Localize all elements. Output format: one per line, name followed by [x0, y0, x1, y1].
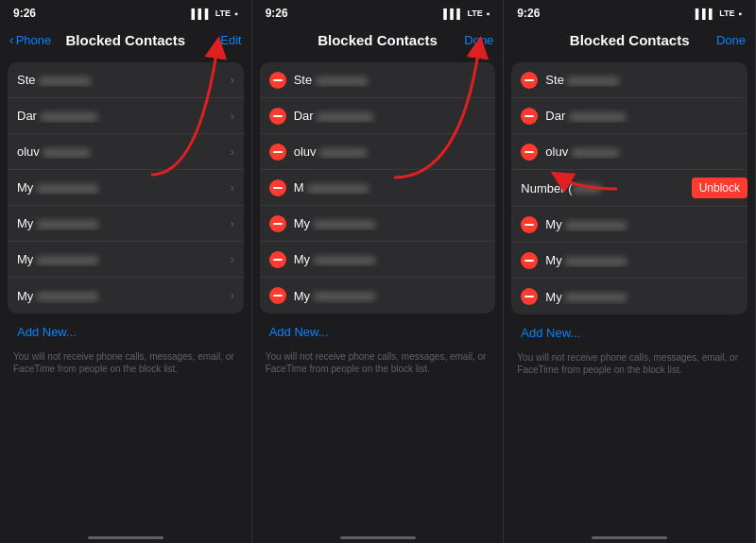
- screen-1: 9:26 ▌▌▌ LTE ▪ ‹ Phone Blocked Contacts …: [0, 0, 252, 543]
- table-row[interactable]: My: [511, 243, 747, 279]
- table-row[interactable]: My: [511, 279, 747, 314]
- contact-name: My: [17, 252, 227, 266]
- chevron-right-icon: ›: [231, 181, 234, 195]
- remove-button[interactable]: [269, 251, 286, 268]
- remove-button[interactable]: [521, 252, 538, 269]
- remove-button[interactable]: [269, 215, 286, 232]
- contact-name: My: [17, 216, 227, 230]
- chevron-right-icon: ›: [231, 253, 234, 266]
- chevron-left-icon-1: ‹: [9, 32, 14, 47]
- remove-button[interactable]: [521, 144, 538, 161]
- remove-button[interactable]: [521, 288, 538, 305]
- chevron-right-icon: ›: [231, 74, 234, 87]
- back-button-1[interactable]: ‹ Phone: [9, 32, 51, 47]
- lte-icon-3: LTE: [719, 8, 734, 18]
- contacts-section-3: Ste Dar oluv Number ( Unblock My My: [511, 62, 747, 314]
- chevron-right-icon: ›: [231, 110, 234, 123]
- contact-name: My: [294, 252, 487, 266]
- nav-bar-2: Blocked Contacts Done: [252, 23, 504, 59]
- status-icons-2: ▌▌▌ LTE ▪: [443, 8, 490, 19]
- table-row[interactable]: Dar: [260, 98, 496, 134]
- table-row[interactable]: My ›: [8, 278, 244, 314]
- footer-text-2: You will not receive phone calls, messag…: [252, 347, 504, 381]
- table-row[interactable]: My: [260, 242, 496, 278]
- table-row[interactable]: Ste: [260, 62, 496, 98]
- contact-name: Dar: [17, 109, 227, 123]
- add-new-3[interactable]: Add New...: [511, 318, 747, 348]
- contact-name: Ste: [545, 73, 738, 87]
- table-row[interactable]: oluv: [511, 134, 747, 170]
- battery-icon-2: ▪: [487, 8, 490, 19]
- contact-name: My: [17, 180, 227, 195]
- contact-name: oluv: [294, 144, 487, 159]
- edit-button-1[interactable]: Edit: [220, 33, 241, 47]
- back-label-1[interactable]: Phone: [16, 33, 52, 47]
- content-1: Ste › Dar › oluv › My › My › My ›: [0, 59, 251, 533]
- table-row[interactable]: oluv ›: [8, 134, 244, 170]
- remove-button[interactable]: [269, 144, 286, 161]
- remove-button[interactable]: [521, 216, 538, 233]
- time-1: 9:26: [13, 7, 36, 20]
- table-row[interactable]: My: [511, 207, 747, 243]
- table-row[interactable]: My: [260, 206, 496, 242]
- time-2: 9:26: [266, 7, 288, 20]
- table-row[interactable]: M: [260, 170, 496, 206]
- contact-name: Dar: [545, 109, 738, 123]
- done-button-3[interactable]: Done: [716, 33, 746, 47]
- nav-bar-3: Blocked Contacts Done: [504, 23, 755, 59]
- add-new-1[interactable]: Add New...: [8, 317, 244, 347]
- screen-2: 9:26 ▌▌▌ LTE ▪ Blocked Contacts Done Ste…: [252, 0, 505, 543]
- home-indicator-3: [592, 536, 667, 539]
- contact-name: oluv: [17, 144, 227, 159]
- chevron-right-icon: ›: [231, 145, 234, 159]
- remove-button[interactable]: [521, 72, 538, 89]
- content-3: Ste Dar oluv Number ( Unblock My My: [504, 59, 755, 533]
- home-indicator-1: [88, 536, 163, 539]
- remove-button[interactable]: [269, 287, 286, 304]
- nav-bar-1: ‹ Phone Blocked Contacts Edit: [0, 23, 251, 59]
- contacts-section-2: Ste Dar oluv M My My: [260, 62, 496, 314]
- contact-name: My: [17, 289, 227, 303]
- screen-3: 9:26 ▌▌▌ LTE ▪ Blocked Contacts Done Ste…: [504, 0, 756, 543]
- remove-button[interactable]: [269, 108, 286, 125]
- contact-name: My: [545, 253, 738, 267]
- signal-icon-3: ▌▌▌: [696, 8, 715, 19]
- table-row[interactable]: Dar: [511, 98, 747, 134]
- contact-name: Ste: [294, 73, 487, 87]
- unblock-button[interactable]: Unblock: [692, 178, 747, 198]
- signal-icon-1: ▌▌▌: [192, 8, 212, 19]
- remove-button[interactable]: [269, 179, 286, 196]
- contact-name: Dar: [294, 109, 487, 123]
- lte-icon-1: LTE: [215, 8, 231, 18]
- lte-icon-2: LTE: [467, 8, 482, 18]
- remove-button[interactable]: [269, 72, 286, 89]
- chevron-right-icon: ›: [231, 217, 234, 230]
- contact-name: My: [294, 216, 487, 230]
- page-title-3: Blocked Contacts: [570, 32, 690, 48]
- battery-icon-1: ▪: [234, 8, 238, 19]
- number-label: Number (: [521, 181, 687, 195]
- footer-text-3: You will not receive phone calls, messag…: [504, 348, 755, 382]
- table-row[interactable]: My ›: [8, 242, 244, 278]
- add-new-2[interactable]: Add New...: [260, 317, 496, 347]
- page-title-2: Blocked Contacts: [318, 32, 438, 48]
- contact-name: Ste: [17, 73, 227, 87]
- table-row[interactable]: Number ( Unblock: [511, 170, 747, 207]
- done-button-2[interactable]: Done: [464, 33, 493, 47]
- table-row[interactable]: My: [260, 278, 496, 314]
- table-row[interactable]: My ›: [8, 206, 244, 242]
- table-row[interactable]: oluv: [260, 134, 496, 170]
- table-row[interactable]: Ste ›: [8, 62, 244, 98]
- signal-icon-2: ▌▌▌: [443, 8, 463, 19]
- remove-button[interactable]: [521, 108, 538, 125]
- status-icons-1: ▌▌▌ LTE ▪: [192, 8, 238, 19]
- status-bar-3: 9:26 ▌▌▌ LTE ▪: [504, 0, 755, 23]
- time-3: 9:26: [517, 7, 540, 20]
- table-row[interactable]: My ›: [8, 170, 244, 206]
- table-row[interactable]: Ste: [511, 62, 747, 98]
- contact-name: M: [294, 180, 487, 195]
- home-indicator-2: [340, 536, 416, 539]
- table-row[interactable]: Dar ›: [8, 98, 244, 134]
- contact-name: My: [545, 290, 738, 304]
- page-title-1: Blocked Contacts: [65, 32, 185, 48]
